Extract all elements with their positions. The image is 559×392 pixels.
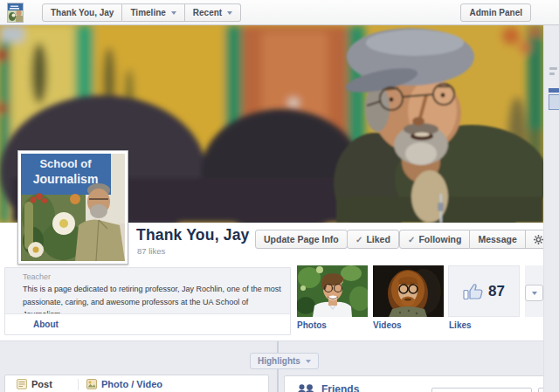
friends-icon [297, 384, 315, 392]
page-name-button[interactable]: Thank You, Jay [42, 3, 122, 22]
mini-avatar-image [8, 3, 23, 22]
poster-text-line2: Journalism [33, 172, 99, 186]
admin-panel-button[interactable]: Admin Panel [460, 3, 531, 22]
message-button[interactable]: Message [470, 230, 525, 249]
photo-video-tab[interactable]: Photo / Video [86, 379, 162, 389]
update-page-info-label: Update Page Info [264, 234, 339, 244]
about-link[interactable]: About [33, 320, 59, 329]
facebook-page-timeline: Thank You, Jay Timeline Recent Admin Pan… [0, 0, 559, 392]
cutoff-right-sidebar [543, 25, 559, 392]
about-card: Teacher This is a page dedicated to reti… [4, 267, 291, 335]
cutoff-text-fragment [549, 72, 555, 75]
likes-label[interactable]: Likes [449, 320, 472, 330]
timeline-dropdown-button[interactable]: Timeline [122, 3, 184, 22]
photos-tile[interactable] [297, 265, 368, 317]
friends-card: Friends [284, 375, 546, 392]
friends-title: Friends [321, 383, 359, 392]
recent-label: Recent [193, 8, 222, 17]
page-category-label: Teacher [23, 272, 51, 281]
more-tiles-button[interactable] [525, 285, 543, 301]
follow-message-settings-group: ✓ Following Message [399, 230, 559, 249]
friends-header: Friends [297, 383, 359, 392]
liked-button[interactable]: ✓ Liked [347, 230, 399, 249]
photo-video-tab-label: Photo / Video [101, 379, 162, 389]
gear-icon [534, 235, 543, 244]
check-icon: ✓ [355, 235, 362, 244]
check-icon: ✓ [408, 235, 415, 244]
page-title: Thank You, Jay [136, 226, 250, 244]
cutoff-field[interactable] [431, 388, 532, 392]
profile-picture-image: School of Journalism [21, 154, 125, 261]
likes-count-text: 87 likes [137, 246, 165, 256]
poster-text-line1: School of [39, 157, 92, 170]
cutoff-blue-element [549, 88, 559, 93]
following-button[interactable]: ✓ Following [399, 230, 470, 249]
page-nav-button-group: Thank You, Jay Timeline Recent [42, 3, 241, 22]
photos-label[interactable]: Photos [297, 320, 327, 330]
about-card-footer: About [5, 313, 290, 334]
likes-tile[interactable]: 87 [448, 265, 520, 317]
tab-divider [78, 379, 79, 390]
cutoff-blue-box [549, 94, 559, 110]
videos-tile[interactable] [373, 265, 444, 317]
page-mini-avatar[interactable] [7, 3, 24, 23]
admin-panel-label: Admin Panel [469, 8, 522, 17]
chevron-down-icon [171, 11, 176, 15]
page-name-label: Thank You, Jay [51, 8, 114, 17]
chevron-down-icon [227, 11, 232, 15]
videos-label[interactable]: Videos [373, 320, 402, 330]
likes-count-number: 87 [488, 283, 505, 300]
message-label: Message [478, 234, 516, 244]
profile-picture[interactable]: School of Journalism [17, 150, 128, 265]
recent-dropdown-button[interactable]: Recent [185, 3, 241, 22]
post-tab-label: Post [31, 379, 52, 389]
admin-bar: Thank You, Jay Timeline Recent Admin Pan… [0, 0, 559, 25]
liked-label: Liked [366, 234, 390, 244]
thumbs-up-icon [463, 282, 483, 300]
update-page-info-button[interactable]: Update Page Info [255, 230, 348, 249]
post-icon [17, 379, 27, 389]
highlights-button[interactable]: Highlights [250, 353, 319, 369]
chevron-down-icon [306, 360, 311, 363]
cutoff-text-fragment [549, 67, 557, 70]
chevron-down-icon [532, 292, 537, 295]
following-label: Following [418, 234, 461, 244]
photo-video-icon [86, 379, 97, 389]
photos-thumbnail-image [297, 265, 368, 317]
highlights-label: Highlights [258, 356, 300, 366]
videos-thumbnail-image [373, 265, 444, 317]
composer-card: Post Photo / Video [4, 375, 269, 392]
timeline-label: Timeline [130, 8, 165, 17]
post-tab[interactable]: Post [17, 379, 52, 389]
